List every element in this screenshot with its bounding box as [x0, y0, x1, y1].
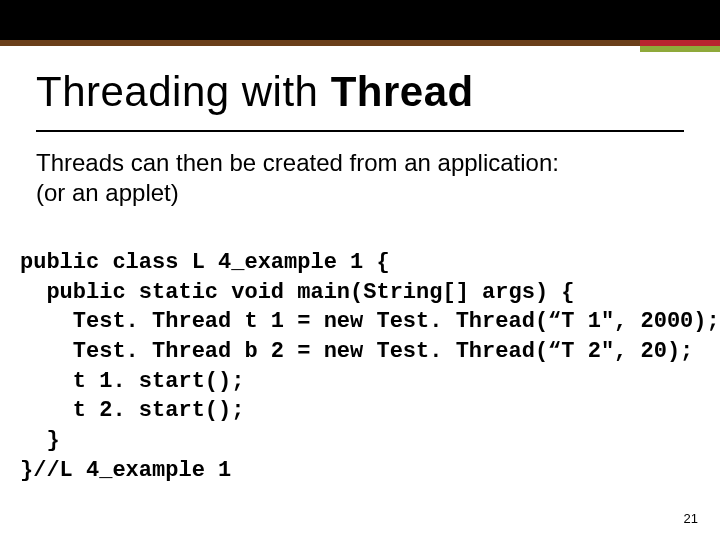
top-bar — [0, 0, 720, 40]
description-line-2: (or an applet) — [36, 178, 684, 208]
description-line-1: Threads can then be created from an appl… — [36, 148, 684, 178]
title-prefix: Threading with — [36, 68, 331, 115]
accent-bar-green — [640, 46, 720, 52]
title-underline — [36, 130, 684, 132]
code-block: public class L 4_example 1 { public stat… — [20, 248, 710, 486]
title-bold: Thread — [331, 68, 474, 115]
accent-bar-brown — [0, 40, 640, 46]
slide: Threading with Thread Threads can then b… — [0, 0, 720, 540]
page-number: 21 — [684, 511, 698, 526]
slide-title: Threading with Thread — [36, 68, 474, 116]
description: Threads can then be created from an appl… — [36, 148, 684, 208]
